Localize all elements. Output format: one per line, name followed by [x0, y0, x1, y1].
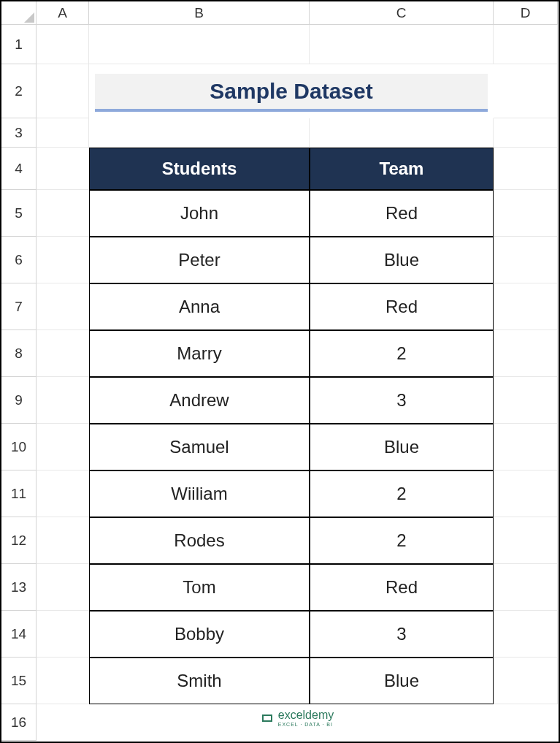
- cell-d3[interactable]: [494, 118, 558, 148]
- cell-a15[interactable]: [37, 658, 89, 704]
- table-row[interactable]: John: [89, 190, 310, 237]
- table-row[interactable]: Marry: [89, 330, 310, 377]
- cell-a6[interactable]: [37, 237, 89, 283]
- table-row[interactable]: 3: [310, 377, 494, 424]
- row-header-4[interactable]: 4: [1, 148, 37, 190]
- table-row[interactable]: Tom: [89, 564, 310, 611]
- col-header-d[interactable]: D: [494, 1, 558, 25]
- cell-b3[interactable]: [89, 118, 310, 148]
- select-all-icon: [24, 12, 34, 23]
- cell-a3[interactable]: [37, 118, 89, 148]
- row-header-10[interactable]: 10: [1, 424, 37, 470]
- cell-d12[interactable]: [494, 517, 558, 564]
- row-header-2[interactable]: 2: [1, 64, 37, 118]
- row-header-1[interactable]: 1: [1, 25, 37, 64]
- table-row[interactable]: Andrew: [89, 377, 310, 424]
- cell-a10[interactable]: [37, 424, 89, 470]
- row-header-12[interactable]: 12: [1, 517, 37, 564]
- select-all-corner[interactable]: [1, 1, 37, 25]
- table-header-team[interactable]: Team: [310, 148, 494, 190]
- table-row[interactable]: 2: [310, 330, 494, 377]
- row-header-6[interactable]: 6: [1, 237, 37, 283]
- row-header-8[interactable]: 8: [1, 330, 37, 377]
- table-header-students[interactable]: Students: [89, 148, 310, 190]
- table-row[interactable]: Rodes: [89, 517, 310, 564]
- row-header-5[interactable]: 5: [1, 190, 37, 237]
- spreadsheet-grid: A B C D 1 2 Sample Dataset 3 4 Students …: [1, 1, 559, 742]
- table-row[interactable]: Red: [310, 564, 494, 611]
- table-row[interactable]: 2: [310, 517, 494, 564]
- table-row[interactable]: Peter: [89, 237, 310, 283]
- svg-marker-0: [24, 12, 34, 23]
- logo-icon: [261, 712, 274, 725]
- cell-a4[interactable]: [37, 148, 89, 190]
- cell-a8[interactable]: [37, 330, 89, 377]
- col-header-a[interactable]: A: [37, 1, 89, 25]
- table-row[interactable]: Blue: [310, 658, 494, 704]
- table-row[interactable]: Anna: [89, 283, 310, 330]
- cell-d10[interactable]: [494, 424, 558, 470]
- cell-a14[interactable]: [37, 611, 89, 658]
- logo-text: exceldemy: [278, 709, 334, 722]
- row-header-13[interactable]: 13: [1, 564, 37, 611]
- cell-d4[interactable]: [494, 148, 558, 190]
- cell-d11[interactable]: [494, 470, 558, 517]
- table-row[interactable]: Blue: [310, 424, 494, 470]
- cell-d14[interactable]: [494, 611, 558, 658]
- logo-subtext: EXCEL · DATA · BI: [278, 722, 334, 727]
- row-header-14[interactable]: 14: [1, 611, 37, 658]
- row-header-15[interactable]: 15: [1, 658, 37, 704]
- title-cell[interactable]: Sample Dataset: [89, 64, 494, 118]
- cell-c1[interactable]: [310, 25, 494, 64]
- cell-a5[interactable]: [37, 190, 89, 237]
- cell-d1[interactable]: [494, 25, 558, 64]
- cell-d8[interactable]: [494, 330, 558, 377]
- cell-a13[interactable]: [37, 564, 89, 611]
- cell-d13[interactable]: [494, 564, 558, 611]
- cell-c3[interactable]: [310, 118, 494, 148]
- table-row[interactable]: Smith: [89, 658, 310, 704]
- cell-b1[interactable]: [89, 25, 310, 64]
- row-header-3[interactable]: 3: [1, 118, 37, 148]
- row-header-7[interactable]: 7: [1, 283, 37, 330]
- col-header-c[interactable]: C: [310, 1, 494, 25]
- cell-d7[interactable]: [494, 283, 558, 330]
- cell-d6[interactable]: [494, 237, 558, 283]
- page-title: Sample Dataset: [95, 74, 488, 112]
- cell-d9[interactable]: [494, 377, 558, 424]
- cell-d2[interactable]: [494, 64, 558, 118]
- table-row[interactable]: Blue: [310, 237, 494, 283]
- row-header-16[interactable]: 16: [1, 704, 37, 741]
- cell-a7[interactable]: [37, 283, 89, 330]
- table-row[interactable]: 2: [310, 470, 494, 517]
- table-row[interactable]: 3: [310, 611, 494, 658]
- col-header-b[interactable]: B: [89, 1, 310, 25]
- table-row[interactable]: Wiiliam: [89, 470, 310, 517]
- cell-d5[interactable]: [494, 190, 558, 237]
- logo: exceldemy EXCEL · DATA · BI: [261, 709, 334, 727]
- row-header-11[interactable]: 11: [1, 470, 37, 517]
- cell-a2[interactable]: [37, 64, 89, 118]
- cell-d15[interactable]: [494, 658, 558, 704]
- cell-a9[interactable]: [37, 377, 89, 424]
- row-header-9[interactable]: 9: [1, 377, 37, 424]
- table-row[interactable]: Red: [310, 190, 494, 237]
- cell-a1[interactable]: [37, 25, 89, 64]
- table-row[interactable]: Samuel: [89, 424, 310, 470]
- footer: exceldemy EXCEL · DATA · BI: [37, 704, 558, 741]
- cell-a12[interactable]: [37, 517, 89, 564]
- table-row[interactable]: Bobby: [89, 611, 310, 658]
- cell-a11[interactable]: [37, 470, 89, 517]
- svg-rect-2: [264, 716, 271, 720]
- table-row[interactable]: Red: [310, 283, 494, 330]
